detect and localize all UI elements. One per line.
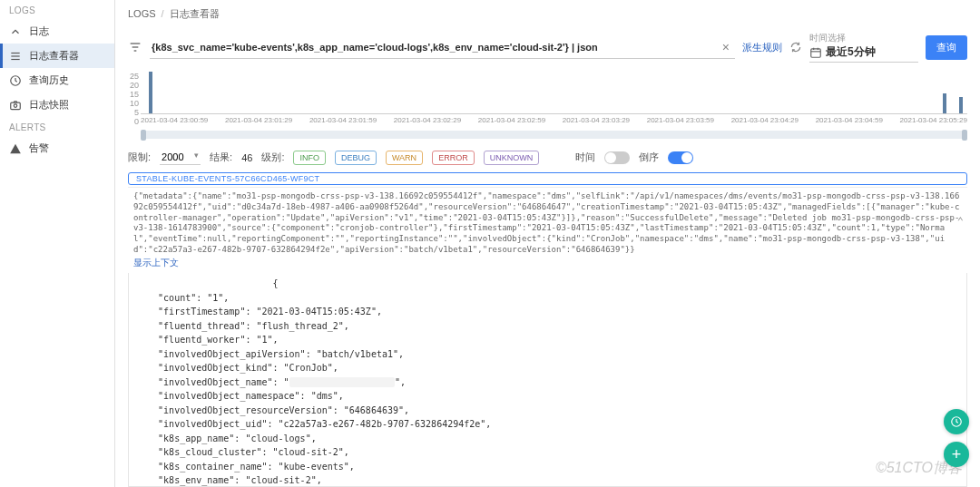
time-range-value: 最近5分钟 [826,44,876,60]
controls-row: 限制: 2000 结果: 46 级别: INFO DEBUG WARN ERRO… [115,144,980,170]
result-label: 结果: [210,151,232,164]
sync-icon[interactable] [789,41,802,54]
sidebar-head-label: 日志 [29,24,49,38]
level-badge-info[interactable]: INFO [293,151,326,165]
sidebar-item-label: 日志快照 [29,98,69,112]
warning-icon [9,142,22,155]
histogram-chart: 2520151050 2021-03-04 23:00:592021-03-04… [141,72,967,129]
level-badge-unknown[interactable]: UNKNOWN [484,151,540,165]
sidebar-item-label: 查询历史 [29,73,69,87]
chevron-up-icon [9,25,22,38]
search-button[interactable]: 查询 [926,35,967,60]
fab-add-button[interactable]: + [944,442,969,467]
level-badge-warn[interactable]: WARN [386,151,423,165]
sidebar-section-logs: LOGS [0,0,114,19]
generate-rule-link[interactable]: 派生规则 [742,41,782,54]
sidebar-item-query-history[interactable]: 查询历史 [0,68,114,93]
level-badge-error[interactable]: ERROR [432,151,475,165]
main-content: LOGS/日志查看器 {k8s_svc_name='kube-events',k… [115,0,980,487]
log-meta-line[interactable]: {"metadata":{"name":"mo31-psp-mongodb-cr… [128,187,967,257]
chart-x-axis: 2021-03-04 23:00:592021-03-04 23:01:2920… [141,116,967,129]
svg-rect-4 [11,102,21,110]
sidebar-head-logs[interactable]: 日志 [0,19,114,44]
query-bar: {k8s_svc_name='kube-events',k8s_app_name… [115,28,980,68]
query-text: {k8s_svc_name='kube-events',k8s_app_name… [152,42,719,53]
sidebar-section-alerts: ALERTS [0,117,114,136]
collapse-log-icon[interactable]: ⌃ [957,216,964,230]
desc-toggle[interactable] [668,151,693,164]
sidebar: LOGS 日志 日志查看器 查询历史 日志快照 ALERTS 告警 [0,0,115,487]
limit-label: 限制: [128,151,151,164]
svg-point-5 [14,103,17,107]
crumb-current: 日志查看器 [170,8,220,19]
sidebar-item-log-snapshot[interactable]: 日志快照 [0,93,114,117]
log-json-body[interactable]: { "count": "1", "firstTimestamp": "2021-… [128,273,967,487]
time-range-picker[interactable]: 时间选择 最近5分钟 [809,32,918,63]
sidebar-item-label: 日志查看器 [29,49,79,63]
desc-toggle-label: 倒序 [639,151,659,164]
chart-plot-area[interactable] [141,72,967,114]
clear-query-icon[interactable]: × [719,40,733,54]
calendar-icon [809,46,822,59]
log-source-tag[interactable]: STABLE-KUBE-EVENTS-57C66CD465-WF9CT [128,172,967,185]
time-range-label: 时间选择 [809,32,918,44]
crumb-root[interactable]: LOGS [128,8,156,19]
query-input[interactable]: {k8s_svc_name='kube-events',k8s_app_name… [150,36,735,59]
sidebar-item-label: 告警 [29,141,49,155]
camera-icon [9,99,22,112]
show-context-link[interactable]: 显示上下文 [133,257,962,269]
breadcrumb: LOGS/日志查看器 [115,0,980,28]
history-icon [9,74,22,87]
filter-icon[interactable] [128,40,142,54]
chart-y-axis: 2520151050 [121,72,139,114]
sidebar-item-alert[interactable]: 告警 [0,136,114,161]
limit-select[interactable]: 2000 [160,150,201,165]
fab-clock-button[interactable] [944,409,969,434]
log-meta-text: {"metadata":{"name":"mo31-psp-mongodb-cr… [133,191,959,253]
time-toggle-label: 时间 [575,151,595,164]
result-value: 46 [241,152,252,163]
time-toggle[interactable] [604,151,630,164]
sidebar-item-log-viewer[interactable]: 日志查看器 [0,44,114,68]
chart-brush-slider[interactable] [141,131,967,139]
level-badge-debug[interactable]: DEBUG [335,151,377,165]
svg-rect-9 [811,48,821,56]
list-icon [9,50,22,63]
level-label: 级别: [261,151,284,164]
